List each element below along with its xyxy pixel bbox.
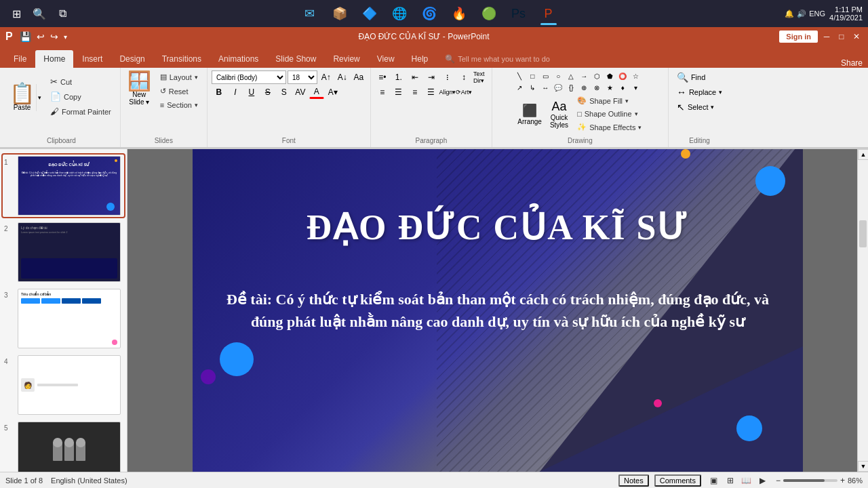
zoom-slider[interactable] [783,479,837,482]
quick-styles-button[interactable]: Aa Quick Styles [547,98,571,130]
scroll-up-button[interactable]: ▲ [858,149,868,160]
tab-transitions[interactable]: Transitions [154,50,210,68]
paste-button[interactable]: 📋 Paste ▾ [7,70,44,124]
taskbar-mail[interactable]: ✉ [296,1,323,26]
vertical-scrollbar[interactable]: ▲ ▼ [857,149,868,472]
reset-button[interactable]: ↺ Reset [155,85,203,98]
save-button[interactable]: 💾 [18,30,33,43]
shape-brace[interactable]: {} [565,82,577,93]
zoom-level[interactable]: 86% [848,476,863,485]
underline-button[interactable]: U [244,85,259,99]
taskbar-app4[interactable]: 🔥 [446,1,473,26]
bold-button[interactable]: B [212,85,226,99]
slide-title[interactable]: ĐẠO ĐỨC CỦA KĨ SƯ [193,207,803,247]
shape-line[interactable]: ╲ [513,70,526,81]
italic-button[interactable]: I [228,85,243,99]
maximize-button[interactable]: □ [835,30,848,43]
arrange-button[interactable]: ⬛ Arrange [513,102,546,127]
line-spacing-button[interactable]: ↕ [456,70,471,84]
cut-button[interactable]: ✂ Cut [45,75,116,89]
copy-button[interactable]: 📄 Copy [45,89,116,104]
search-icon[interactable]: 🔍 [28,3,50,24]
strikethrough-button[interactable]: S [260,85,275,99]
font-color-button[interactable]: A [309,85,324,99]
shape-effects-button[interactable]: ✨ Shape Effects ▾ [572,121,646,134]
new-slide-button[interactable]: 🪟 New Slide ▾ [125,70,154,107]
tab-help[interactable]: Help [403,50,437,68]
shape-more5[interactable]: ⊕ [578,82,590,93]
tab-review[interactable]: Review [325,50,368,68]
shape-star[interactable]: ★ [604,82,616,93]
decrease-font-btn[interactable]: A↓ [335,70,350,84]
shape-rect[interactable]: □ [526,70,538,81]
shape-more4[interactable]: ☆ [629,70,642,81]
taskbar-chrome[interactable]: 🟢 [475,1,502,26]
char-spacing-button[interactable]: AV [293,85,308,99]
taskbar-photoshop[interactable]: Ps [505,1,532,26]
shape-outline-button[interactable]: □ Shape Outline ▾ [572,108,646,120]
tell-me-input[interactable]: 🔍Tell me what you want to do [437,50,558,68]
bullets-button[interactable]: ≡• [375,70,390,84]
text-direction-button[interactable]: Text Dir▾ [473,70,488,84]
tab-design[interactable]: Design [111,50,153,68]
shape-more3[interactable]: ⭕ [616,70,629,81]
task-view-icon[interactable]: ⧉ [52,3,73,24]
taskbar-powerpoint[interactable]: P [535,1,562,26]
scroll-down-button[interactable]: ▼ [858,461,868,472]
slide-thumb-1[interactable]: 1 ĐẠO ĐỨC CỦA KĨ SƯ Đề tài: Có ý thức tự… [3,155,124,217]
share-button[interactable]: Share [841,58,863,68]
increase-indent-button[interactable]: ⇥ [424,70,439,84]
shape-more6[interactable]: ⊗ [591,82,603,93]
shape-dropdown[interactable]: ▾ [629,82,642,93]
shape-curve-arrow[interactable]: ↗ [513,82,526,93]
tab-animations[interactable]: Animations [210,50,267,68]
text-shadow-button[interactable]: S [277,85,292,99]
numbering-button[interactable]: 1. [391,70,406,84]
scroll-thumb[interactable] [859,220,867,247]
smartart-button[interactable]: ⟳Art▾ [456,85,471,99]
select-button[interactable]: ↖ Select ▾ [673,100,719,114]
tab-view[interactable]: View [369,50,403,68]
taskbar-browser[interactable]: 🌐 [386,1,413,26]
tab-home[interactable]: Home [35,50,73,68]
slide-thumb-3[interactable]: 3 Tiêu chuẩn cơ bản [3,287,124,350]
shape-more7[interactable]: ♦ [616,82,629,93]
shape-arrow[interactable]: → [578,70,590,81]
shape-bent[interactable]: ↳ [526,82,538,93]
shape-rounded-rect[interactable]: ▭ [539,70,551,81]
taskbar-dropbox[interactable]: 📦 [326,1,353,26]
comments-button[interactable]: Comments [654,474,701,487]
tab-insert[interactable]: Insert [74,50,111,68]
shape-more2[interactable]: ⬟ [604,70,616,81]
increase-font-btn[interactable]: A↑ [319,70,334,84]
decrease-indent-button[interactable]: ⇤ [408,70,422,84]
shape-more1[interactable]: ⬡ [591,70,603,81]
normal-view-button[interactable]: ▣ [707,475,722,486]
slide-thumb-5[interactable]: 5 [3,420,124,472]
taskbar-edge[interactable]: 🌀 [416,1,443,26]
justify-button[interactable]: ☰ [424,85,439,99]
close-button[interactable]: ✕ [850,30,863,43]
zoom-out-button[interactable]: − [776,476,781,485]
align-text-button[interactable]: Align▾ [440,85,455,99]
redo-button[interactable]: ↪ [49,30,60,43]
shape-fill-button[interactable]: 🎨 Shape Fill ▾ [572,94,646,107]
shape-oval[interactable]: ○ [552,70,564,81]
format-painter-button[interactable]: 🖌 Format Painter [45,104,116,119]
language-indicator[interactable]: English (United States) [51,476,127,485]
replace-button[interactable]: ↔ Replace ▾ [673,85,726,99]
align-right-button[interactable]: ≡ [408,85,422,99]
clear-format-btn[interactable]: Aa [351,70,366,84]
layout-button[interactable]: ▤ Layout ▾ [155,70,203,83]
align-left-button[interactable]: ≡ [375,85,390,99]
font-name-select[interactable]: Calibri (Body) [212,70,286,84]
windows-icon[interactable]: ⊞ [5,3,27,24]
find-button[interactable]: 🔍 Find [673,70,709,84]
slide-subtitle[interactable]: Đề tài: Có ý thức tự kiểm soát bản than … [220,288,776,333]
undo-button[interactable]: ↩ [35,30,46,43]
shape-double[interactable]: ↔ [539,82,551,93]
paste-dropdown[interactable]: ▾ [38,94,41,101]
slideshow-button[interactable]: ▶ [755,475,770,486]
reading-view-button[interactable]: 📖 [739,475,754,486]
zoom-in-button[interactable]: + [840,476,845,485]
